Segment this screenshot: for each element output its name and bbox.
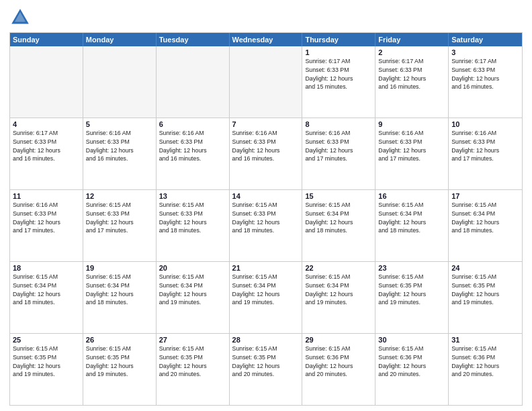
calendar-row-3: 11Sunrise: 6:16 AM Sunset: 6:33 PM Dayli… xyxy=(10,190,522,262)
calendar-cell-empty-1 xyxy=(83,46,157,118)
calendar-cell-12: 12Sunrise: 6:15 AM Sunset: 6:33 PM Dayli… xyxy=(83,190,157,261)
calendar-cell-29: 29Sunrise: 6:15 AM Sunset: 6:36 PM Dayli… xyxy=(302,334,375,405)
day-info: Sunrise: 6:16 AM Sunset: 6:33 PM Dayligh… xyxy=(86,129,153,163)
calendar-row-2: 4Sunrise: 6:17 AM Sunset: 6:33 PM Daylig… xyxy=(10,118,522,190)
day-info: Sunrise: 6:16 AM Sunset: 6:33 PM Dayligh… xyxy=(451,129,519,163)
header-day-friday: Friday xyxy=(375,33,449,46)
day-number: 27 xyxy=(159,336,226,344)
calendar-row-4: 18Sunrise: 6:15 AM Sunset: 6:34 PM Dayli… xyxy=(10,262,522,334)
day-info: Sunrise: 6:15 AM Sunset: 6:35 PM Dayligh… xyxy=(451,273,519,307)
calendar-row-1: 1Sunrise: 6:17 AM Sunset: 6:33 PM Daylig… xyxy=(10,46,522,118)
calendar-cell-17: 17Sunrise: 6:15 AM Sunset: 6:34 PM Dayli… xyxy=(449,190,522,261)
day-info: Sunrise: 6:15 AM Sunset: 6:33 PM Dayligh… xyxy=(232,201,300,235)
calendar-cell-13: 13Sunrise: 6:15 AM Sunset: 6:33 PM Dayli… xyxy=(157,190,230,261)
day-number: 25 xyxy=(13,336,80,344)
day-number: 11 xyxy=(13,192,80,200)
header-day-saturday: Saturday xyxy=(449,33,522,46)
calendar-cell-19: 19Sunrise: 6:15 AM Sunset: 6:34 PM Dayli… xyxy=(83,262,157,333)
calendar-cell-24: 24Sunrise: 6:15 AM Sunset: 6:35 PM Dayli… xyxy=(449,262,522,333)
day-info: Sunrise: 6:15 AM Sunset: 6:35 PM Dayligh… xyxy=(232,345,300,379)
day-number: 15 xyxy=(305,192,372,200)
day-number: 26 xyxy=(86,336,153,344)
page: SundayMondayTuesdayWednesdayThursdayFrid… xyxy=(0,0,532,411)
calendar-cell-empty-0 xyxy=(10,46,83,118)
day-number: 6 xyxy=(159,120,226,128)
day-number: 24 xyxy=(451,264,519,272)
header-day-tuesday: Tuesday xyxy=(157,33,230,46)
day-number: 30 xyxy=(378,336,445,344)
day-number: 7 xyxy=(232,120,300,128)
day-number: 17 xyxy=(451,192,519,200)
day-info: Sunrise: 6:15 AM Sunset: 6:35 PM Dayligh… xyxy=(13,345,80,379)
header-day-sunday: Sunday xyxy=(10,33,83,46)
day-number: 4 xyxy=(13,120,80,128)
day-info: Sunrise: 6:17 AM Sunset: 6:33 PM Dayligh… xyxy=(305,57,372,91)
day-info: Sunrise: 6:17 AM Sunset: 6:33 PM Dayligh… xyxy=(451,57,519,91)
day-number: 13 xyxy=(159,192,226,200)
day-number: 21 xyxy=(232,264,300,272)
day-info: Sunrise: 6:15 AM Sunset: 6:35 PM Dayligh… xyxy=(86,345,153,379)
calendar-cell-5: 5Sunrise: 6:16 AM Sunset: 6:33 PM Daylig… xyxy=(83,118,157,189)
calendar-header: SundayMondayTuesdayWednesdayThursdayFrid… xyxy=(10,33,522,46)
day-number: 18 xyxy=(13,264,80,272)
day-number: 12 xyxy=(86,192,153,200)
day-number: 8 xyxy=(305,120,372,128)
calendar-cell-21: 21Sunrise: 6:15 AM Sunset: 6:34 PM Dayli… xyxy=(230,262,303,333)
calendar-cell-16: 16Sunrise: 6:15 AM Sunset: 6:34 PM Dayli… xyxy=(375,190,449,261)
day-number: 19 xyxy=(86,264,153,272)
header xyxy=(9,7,523,28)
calendar-cell-30: 30Sunrise: 6:15 AM Sunset: 6:36 PM Dayli… xyxy=(375,334,449,405)
calendar-cell-15: 15Sunrise: 6:15 AM Sunset: 6:34 PM Dayli… xyxy=(302,190,375,261)
calendar-cell-28: 28Sunrise: 6:15 AM Sunset: 6:35 PM Dayli… xyxy=(230,334,303,405)
day-info: Sunrise: 6:15 AM Sunset: 6:34 PM Dayligh… xyxy=(305,273,372,307)
calendar-cell-1: 1Sunrise: 6:17 AM Sunset: 6:33 PM Daylig… xyxy=(302,46,375,118)
day-info: Sunrise: 6:16 AM Sunset: 6:33 PM Dayligh… xyxy=(159,129,226,163)
day-number: 16 xyxy=(378,192,445,200)
day-info: Sunrise: 6:15 AM Sunset: 6:33 PM Dayligh… xyxy=(86,201,153,235)
day-info: Sunrise: 6:15 AM Sunset: 6:35 PM Dayligh… xyxy=(159,345,226,379)
day-info: Sunrise: 6:15 AM Sunset: 6:34 PM Dayligh… xyxy=(451,201,519,235)
day-info: Sunrise: 6:17 AM Sunset: 6:33 PM Dayligh… xyxy=(378,57,445,91)
day-info: Sunrise: 6:17 AM Sunset: 6:33 PM Dayligh… xyxy=(13,129,80,163)
header-day-thursday: Thursday xyxy=(302,33,375,46)
calendar-cell-27: 27Sunrise: 6:15 AM Sunset: 6:35 PM Dayli… xyxy=(157,334,230,405)
calendar-cell-31: 31Sunrise: 6:15 AM Sunset: 6:36 PM Dayli… xyxy=(449,334,522,405)
calendar-cell-23: 23Sunrise: 6:15 AM Sunset: 6:35 PM Dayli… xyxy=(375,262,449,333)
day-info: Sunrise: 6:15 AM Sunset: 6:34 PM Dayligh… xyxy=(232,273,300,307)
day-number: 9 xyxy=(378,120,445,128)
calendar-cell-8: 8Sunrise: 6:16 AM Sunset: 6:33 PM Daylig… xyxy=(302,118,375,189)
calendar-cell-3: 3Sunrise: 6:17 AM Sunset: 6:33 PM Daylig… xyxy=(449,46,522,118)
calendar-cell-7: 7Sunrise: 6:16 AM Sunset: 6:33 PM Daylig… xyxy=(230,118,303,189)
day-number: 20 xyxy=(159,264,226,272)
calendar-cell-6: 6Sunrise: 6:16 AM Sunset: 6:33 PM Daylig… xyxy=(157,118,230,189)
day-number: 14 xyxy=(232,192,300,200)
day-info: Sunrise: 6:15 AM Sunset: 6:34 PM Dayligh… xyxy=(159,273,226,307)
day-number: 1 xyxy=(305,48,372,56)
calendar-cell-11: 11Sunrise: 6:16 AM Sunset: 6:33 PM Dayli… xyxy=(10,190,83,261)
calendar-cell-22: 22Sunrise: 6:15 AM Sunset: 6:34 PM Dayli… xyxy=(302,262,375,333)
calendar-cell-9: 9Sunrise: 6:16 AM Sunset: 6:33 PM Daylig… xyxy=(375,118,449,189)
day-info: Sunrise: 6:16 AM Sunset: 6:33 PM Dayligh… xyxy=(378,129,445,163)
day-info: Sunrise: 6:15 AM Sunset: 6:34 PM Dayligh… xyxy=(13,273,80,307)
calendar-cell-2: 2Sunrise: 6:17 AM Sunset: 6:33 PM Daylig… xyxy=(375,46,449,118)
calendar-cell-14: 14Sunrise: 6:15 AM Sunset: 6:33 PM Dayli… xyxy=(230,190,303,261)
calendar-cell-empty-3 xyxy=(230,46,303,118)
calendar: SundayMondayTuesdayWednesdayThursdayFrid… xyxy=(9,32,523,406)
calendar-cell-25: 25Sunrise: 6:15 AM Sunset: 6:35 PM Dayli… xyxy=(10,334,83,405)
day-info: Sunrise: 6:15 AM Sunset: 6:36 PM Dayligh… xyxy=(305,345,372,379)
day-number: 28 xyxy=(232,336,300,344)
calendar-cell-4: 4Sunrise: 6:17 AM Sunset: 6:33 PM Daylig… xyxy=(10,118,83,189)
day-number: 31 xyxy=(451,336,519,344)
day-info: Sunrise: 6:15 AM Sunset: 6:34 PM Dayligh… xyxy=(305,201,372,235)
day-number: 5 xyxy=(86,120,153,128)
calendar-cell-empty-2 xyxy=(157,46,230,118)
day-info: Sunrise: 6:15 AM Sunset: 6:34 PM Dayligh… xyxy=(86,273,153,307)
calendar-cell-20: 20Sunrise: 6:15 AM Sunset: 6:34 PM Dayli… xyxy=(157,262,230,333)
logo xyxy=(9,7,34,28)
day-info: Sunrise: 6:15 AM Sunset: 6:33 PM Dayligh… xyxy=(159,201,226,235)
header-day-monday: Monday xyxy=(83,33,157,46)
day-number: 2 xyxy=(378,48,445,56)
calendar-cell-10: 10Sunrise: 6:16 AM Sunset: 6:33 PM Dayli… xyxy=(449,118,522,189)
header-day-wednesday: Wednesday xyxy=(230,33,303,46)
day-number: 23 xyxy=(378,264,445,272)
